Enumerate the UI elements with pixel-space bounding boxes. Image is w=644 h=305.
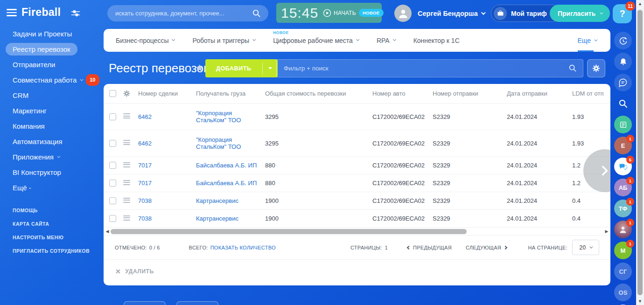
grid-settings-button[interactable]: [587, 59, 605, 77]
tab-rpa[interactable]: RPA: [377, 37, 395, 44]
row-menu-icon[interactable]: [123, 140, 130, 146]
deal-link[interactable]: 7038: [138, 197, 196, 204]
per-page-select[interactable]: 20: [572, 240, 599, 255]
favorite-star-icon[interactable]: ★: [195, 62, 204, 74]
row-menu-icon[interactable]: [123, 198, 130, 204]
row-checkbox[interactable]: [109, 197, 116, 204]
tab-business-processes[interactable]: Бизнес-процессы: [116, 37, 174, 44]
recipient-link[interactable]: Картрансервис: [196, 215, 265, 222]
sidebar-item-marketing[interactable]: Маркетинг: [13, 106, 101, 116]
row-checkbox[interactable]: [109, 140, 116, 147]
next-page-button[interactable]: СЛЕДУЮЩАЯ: [466, 245, 507, 250]
column-header[interactable]: Номер отправки: [433, 90, 507, 97]
deal-link[interactable]: 6462: [138, 140, 196, 147]
tab-more[interactable]: Еще: [578, 29, 597, 52]
sidebar-item-automation[interactable]: Автоматизация: [13, 137, 101, 146]
delete-action[interactable]: УДАЛИТЬ: [125, 268, 154, 275]
invite-button[interactable]: Пригласить: [550, 5, 610, 22]
scrollbar-thumb[interactable]: [111, 229, 467, 234]
rail-chat-e[interactable]: E 1: [614, 137, 632, 154]
sidebar-item-apps[interactable]: Приложения: [13, 152, 101, 162]
logo-settings-icon[interactable]: [71, 9, 80, 17]
column-header[interactable]: Получатель груза: [196, 90, 265, 97]
sidebar-item-collaboration[interactable]: Совместная работа 10: [13, 75, 101, 85]
recipient-link[interactable]: Картрансервис: [196, 197, 265, 204]
rail-timeman-button[interactable]: [614, 32, 632, 49]
rail-feed-button[interactable]: [614, 116, 632, 133]
tab-digital-workplaces[interactable]: НОВОЕ Цифровые рабочие места: [273, 37, 358, 44]
column-header[interactable]: Номер авто: [372, 90, 433, 97]
row-checkbox[interactable]: [109, 180, 116, 187]
add-button[interactable]: ДОБАВИТЬ: [205, 59, 278, 77]
rail-chat-m[interactable]: М 1: [614, 242, 632, 259]
menu-burger-icon[interactable]: [7, 9, 17, 16]
sidebar-help-link[interactable]: ПОМОЩЬ: [13, 208, 101, 213]
ghost-button[interactable]: [124, 301, 166, 305]
rail-chat-os[interactable]: OS: [614, 284, 632, 301]
app-logo[interactable]: Fireball: [21, 6, 61, 19]
deal-link[interactable]: 7017: [138, 162, 196, 169]
row-checkbox[interactable]: [109, 215, 116, 222]
row-menu-icon[interactable]: [123, 113, 130, 120]
rail-search-button[interactable]: [614, 95, 632, 112]
filter-search-input[interactable]: [276, 59, 583, 77]
show-count-link[interactable]: ПОКАЗАТЬ КОЛИЧЕСТВО: [210, 245, 276, 250]
row-menu-icon[interactable]: [123, 180, 130, 187]
rail-messenger-button[interactable]: [614, 74, 632, 91]
scroll-left-arrow[interactable]: ◀: [105, 229, 110, 234]
ghost-button[interactable]: [176, 301, 218, 305]
help-button[interactable]: ? 11: [613, 4, 632, 23]
recipient-link[interactable]: Байсалбаева А.Б. ИП: [196, 180, 265, 187]
deal-link[interactable]: 7038: [138, 215, 196, 222]
rail-chats-button[interactable]: 5: [614, 158, 632, 175]
rail-notifications-button[interactable]: [614, 53, 632, 70]
recipient-link[interactable]: "Корпорация СтальКом" ТОО: [196, 110, 265, 124]
add-dropdown-arrow[interactable]: [263, 59, 278, 77]
chevron-right-icon: [504, 245, 507, 249]
search-icon[interactable]: [568, 64, 577, 72]
row-checkbox[interactable]: [109, 113, 116, 120]
select-all-checkbox[interactable]: [109, 90, 116, 97]
scrollbar-thumb[interactable]: [637, 10, 643, 295]
horizontal-scrollbar[interactable]: ◀ ▶: [104, 228, 610, 235]
tab-1c-connector[interactable]: Коннектор к 1С: [413, 37, 460, 44]
column-header[interactable]: LDM от отп: [572, 90, 610, 97]
rail-chat-tf[interactable]: ТФ 1: [614, 200, 632, 217]
start-workday-button[interactable]: НАЧАТЬ: [323, 9, 356, 17]
scroll-right-arrow[interactable]: ▶: [604, 229, 609, 234]
row-checkbox[interactable]: [109, 162, 116, 169]
column-header[interactable]: Дата отправки: [507, 90, 572, 97]
column-header[interactable]: Номер сделки: [138, 90, 196, 97]
prev-page-button[interactable]: ПРЕДЫДУЩАЯ: [407, 245, 452, 250]
row-menu-icon[interactable]: [123, 162, 130, 169]
scroll-up-arrow[interactable]: ▲: [636, 1, 644, 6]
sidebar-invite-employees-link[interactable]: ПРИГЛАСИТЬ СОТРУДНИКОВ: [13, 248, 101, 254]
sidebar-item-company[interactable]: Компания: [13, 121, 101, 131]
deal-link[interactable]: 6462: [138, 113, 196, 120]
sidebar-item-crm[interactable]: CRM: [13, 90, 101, 100]
recipient-link[interactable]: Байсалбаева А.Б. ИП: [196, 162, 265, 169]
global-search-input[interactable]: [107, 5, 268, 21]
search-icon[interactable]: [252, 9, 261, 18]
tab-robots-triggers[interactable]: Роботы и триггеры: [192, 37, 254, 44]
sidebar-item-tasks[interactable]: Задачи и Проекты: [13, 29, 101, 39]
sidebar-item-more[interactable]: Ещё -: [13, 183, 101, 193]
user-menu[interactable]: Сергей Бендорша: [394, 5, 484, 22]
page-scrollbar[interactable]: ▲ ▼: [636, 0, 644, 305]
rail-chat-ab[interactable]: АБ 1: [614, 179, 632, 196]
sidebar-sitemap-link[interactable]: КАРТА САЙТА: [13, 221, 101, 227]
sidebar-item-bi[interactable]: BI Конструктор: [13, 167, 101, 177]
gear-icon[interactable]: [123, 90, 138, 97]
rail-chat-photo-avatar[interactable]: 1: [614, 221, 632, 238]
table-row: 7017 Байсалбаева А.Б. ИП 880 C172002/69E…: [104, 157, 610, 174]
row-menu-icon[interactable]: [123, 215, 130, 222]
scroll-down-arrow[interactable]: ▼: [636, 299, 644, 304]
sidebar-item-registry[interactable]: Реестр перевозок: [13, 44, 101, 54]
sidebar-item-senders[interactable]: Отправители: [13, 60, 101, 69]
recipient-link[interactable]: "Корпорация СтальКом" ТОО: [196, 136, 265, 150]
sidebar-configure-menu-link[interactable]: НАСТРОИТЬ МЕНЮ: [13, 235, 101, 240]
rail-chat-sg[interactable]: СГ: [614, 263, 632, 280]
deal-link[interactable]: 7017: [138, 180, 196, 187]
column-header[interactable]: Общая стоимость перевозки: [265, 90, 372, 97]
workday-timer[interactable]: 15:45 НАЧАТЬ НОВОЕ: [276, 3, 382, 23]
